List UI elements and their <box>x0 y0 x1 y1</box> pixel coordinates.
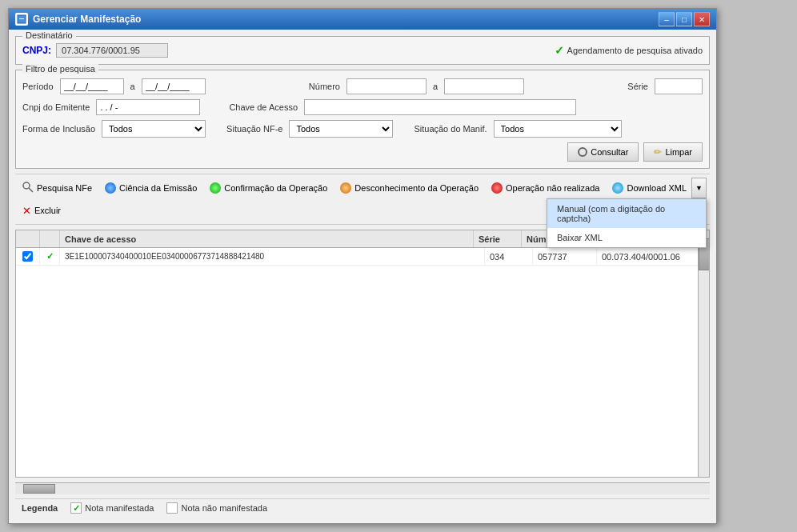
forma-label: Forma de Inclusão <box>22 124 95 134</box>
serie-label: Série <box>627 82 648 91</box>
limpar-button[interactable]: ✏ Limpar <box>643 142 703 162</box>
search-icon <box>578 147 587 157</box>
horizontal-scrollbar[interactable] <box>15 482 710 494</box>
svg-point-2 <box>23 182 30 189</box>
eraser-icon: ✏ <box>654 146 662 158</box>
download-xml-button[interactable]: Download XML <box>607 178 691 198</box>
serie-input[interactable] <box>655 78 703 94</box>
h-scroll-thumb[interactable] <box>23 484 55 494</box>
ciencia-icon <box>105 182 116 194</box>
col-header-serie: Série <box>474 230 522 247</box>
cnpj-label: CNPJ: <box>22 45 51 56</box>
agendamento: ✓ Agendamento de pesquisa ativado <box>555 44 703 57</box>
dropdown-arrow-icon: ▼ <box>695 184 703 192</box>
title-text: Gerenciar Manifestação <box>33 14 141 25</box>
row-status-cell: ✓ <box>40 248 60 265</box>
title-bar: Gerenciar Manifestação – □ ✕ <box>9 9 716 30</box>
legend-not-manifest-label: Nota não manifestada <box>181 503 267 513</box>
row-checkbox[interactable] <box>22 251 33 262</box>
download-dropdown-menu: Manual (com a digitação do captcha) Baix… <box>547 198 707 248</box>
toolbar: Pesquisa NFe Ciência da Emissão Confirma… <box>15 174 710 225</box>
title-bar-left: Gerenciar Manifestação <box>15 13 141 26</box>
desconhecimento-operacao-button[interactable]: Desconhecimento da Operação <box>334 178 484 198</box>
legend-title: Legenda <box>22 503 58 513</box>
table-row[interactable]: ✓ 3E1E100007340400010EE03400006773714888… <box>16 248 709 266</box>
row-cnpj-cell: 00.073.404/0001.06 <box>597 248 709 265</box>
filter-row-1: Período a Número a Série <box>22 78 703 94</box>
row-serie-cell: 034 <box>485 248 533 265</box>
operacao-icon <box>491 182 503 194</box>
dropdown-item-baixar[interactable]: Baixar XML <box>547 228 706 247</box>
excluir-button[interactable]: ✕ Excluir <box>17 200 66 221</box>
situacao-nfe-label: Situação NF-e <box>226 124 282 134</box>
situacao-nfe-select[interactable]: Todos Autorizada Cancelada Denegada <box>289 120 393 138</box>
legend-check-empty <box>166 502 178 514</box>
row-status-icon: ✓ <box>46 251 54 262</box>
desconhecimento-icon <box>340 182 351 194</box>
numero-to-input[interactable] <box>444 78 524 94</box>
numero-label: Número <box>309 82 340 91</box>
maximize-button[interactable]: □ <box>676 12 692 26</box>
legend-check-green: ✓ <box>70 502 82 514</box>
row-check-cell[interactable] <box>16 248 40 265</box>
chave-label: Chave de Acesso <box>229 102 298 112</box>
window-body: Destinatário CNPJ: 07.304.776/0001.95 ✓ … <box>9 30 716 523</box>
minimize-button[interactable]: – <box>659 12 675 26</box>
dropdown-item-manual[interactable]: Manual (com a digitação do captcha) <box>547 199 706 228</box>
confirmacao-icon <box>210 182 221 194</box>
row-chave-cell: 3E1E100007340400010EE0340000677371488842… <box>60 248 485 265</box>
cnpj-row: CNPJ: 07.304.776/0001.95 <box>22 43 168 58</box>
agendamento-check-icon: ✓ <box>555 44 564 57</box>
destinatario-section: Destinatário CNPJ: 07.304.776/0001.95 ✓ … <box>15 36 710 65</box>
situacao-manif-select[interactable]: Todos Manifestado Não manifestado <box>494 120 622 138</box>
cnpj-emit-input[interactable] <box>96 99 200 115</box>
table-area: Chave de acesso Série Número CNPJ Emiten… <box>15 230 710 478</box>
legend-item-not-manifest: Nota não manifestada <box>166 502 267 514</box>
vertical-scrollbar[interactable] <box>698 230 709 477</box>
periodo-to-input[interactable] <box>142 78 206 94</box>
filter-row-2: Cnpj do Emitente Chave de Acesso <box>22 99 703 115</box>
chave-input[interactable] <box>304 99 576 115</box>
cnpj-emit-label: Cnpj do Emitente <box>22 102 90 112</box>
filter-row-3: Forma de Inclusão Todos Manual Automátic… <box>22 120 703 138</box>
agendamento-text: Agendamento de pesquisa ativado <box>567 46 703 55</box>
svg-rect-1 <box>19 18 24 19</box>
close-button[interactable]: ✕ <box>694 12 710 26</box>
periodo-label: Período <box>22 82 54 91</box>
legend-checkmark-icon: ✓ <box>73 503 80 514</box>
row-numero-cell: 057737 <box>533 248 597 265</box>
consultar-button[interactable]: Consultar <box>567 142 639 162</box>
numero-from-input[interactable] <box>346 78 427 94</box>
filter-buttons: Consultar ✏ Limpar <box>22 142 703 162</box>
h-scroll-track[interactable] <box>15 483 710 494</box>
main-window: Gerenciar Manifestação – □ ✕ Destinatári… <box>8 8 717 524</box>
ciencia-emissao-button[interactable]: Ciência da Emissão <box>99 178 202 198</box>
destinatario-label: Destinatário <box>22 30 76 40</box>
title-buttons: – □ ✕ <box>659 12 710 26</box>
filtro-section: Filtro de pesquisa Período a Número a Sé… <box>15 70 710 169</box>
pesquisa-nfe-button[interactable]: Pesquisa NFe <box>17 178 98 198</box>
legend-manifest-label: Nota manifestada <box>85 503 154 513</box>
col-header-status <box>40 230 60 247</box>
numero-sep: a <box>433 82 438 91</box>
periodo-sep: a <box>130 82 135 91</box>
filtro-label: Filtro de pesquisa <box>22 64 98 74</box>
col-header-chave: Chave de acesso <box>60 230 474 247</box>
cnpj-value: 07.304.776/0001.95 <box>56 43 168 58</box>
destinatario-row: CNPJ: 07.304.776/0001.95 ✓ Agendamento d… <box>22 43 703 58</box>
legend-bar: Legenda ✓ Nota manifestada Nota não mani… <box>15 498 710 517</box>
download-xml-arrow-button[interactable]: ▼ <box>691 178 707 198</box>
download-xml-group: Download XML ▼ Manual (com a digitação d… <box>607 178 707 198</box>
situacao-manif-label: Situação do Manif. <box>414 124 487 134</box>
svg-line-3 <box>29 188 33 192</box>
window-icon <box>15 13 28 26</box>
col-header-check <box>16 230 40 247</box>
search-nfe-icon <box>22 182 34 194</box>
download-xml-icon <box>612 182 623 194</box>
forma-select[interactable]: Todos Manual Automático <box>102 120 206 138</box>
periodo-from-input[interactable] <box>60 78 124 94</box>
legend-item-manifest: ✓ Nota manifestada <box>70 502 154 514</box>
excluir-icon: ✕ <box>22 205 31 217</box>
operacao-nao-realizada-button[interactable]: Operação não realizada <box>486 178 605 198</box>
confirmacao-operacao-button[interactable]: Confirmação da Operação <box>204 178 333 198</box>
